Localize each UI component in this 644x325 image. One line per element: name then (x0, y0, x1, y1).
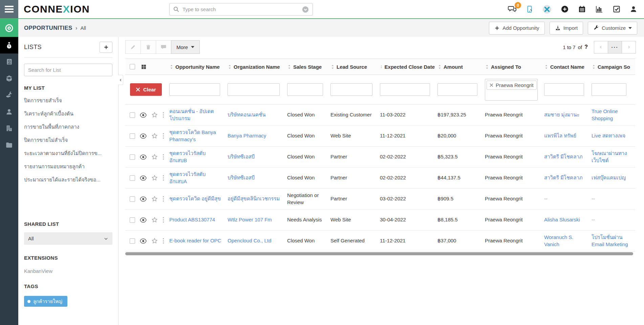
rail-item-documents[interactable] (0, 136, 18, 153)
filter-contact-name[interactable] (544, 83, 584, 96)
mobile-app-icon[interactable] (526, 5, 533, 13)
campaign-link[interactable]: โฆษณาผ่านทางเว็บไซต์ (592, 150, 627, 163)
favorite-star-icon[interactable] (151, 133, 158, 139)
favorite-star-icon[interactable] (151, 238, 158, 244)
row-menu-icon[interactable] (163, 175, 164, 181)
rail-item-organizations[interactable] (0, 120, 18, 136)
list-item[interactable]: การขายในพื้นที่ภาคกลาง (24, 124, 112, 130)
filter-sales-stage[interactable] (287, 83, 323, 96)
organization-link[interactable]: Opencloud Co., Ltd (228, 238, 271, 243)
table-row[interactable]: ชุดตรวจโควิด อยู่ดีมีสุข อยู่ดีมีสุขคลิน… (125, 189, 635, 210)
add-list-button[interactable] (100, 42, 112, 53)
collapse-sidebar-button[interactable] (118, 75, 123, 85)
import-button[interactable]: Import (550, 22, 583, 35)
list-item[interactable]: ระยะเวลาตามงานที่ยังไม่ปิดการข... (24, 150, 112, 157)
rail-item-quotes[interactable] (0, 53, 18, 70)
table-row[interactable]: ชุดตรวจโควิด Banya Pharmacy's Banya Phar… (125, 126, 635, 147)
table-row[interactable]: ชุดตรวจไวรัสตับอักเสบA บริษัทซีเอสบี Clo… (125, 168, 635, 189)
column-header-opportunity-name[interactable]: Opportunity Name (169, 64, 228, 70)
favorite-star-icon[interactable] (151, 154, 158, 160)
campaign-link[interactable]: True Online Shopping (592, 108, 618, 121)
list-item[interactable]: รายงานการมอบหมายลูกค้า (24, 163, 112, 170)
organization-link[interactable]: Banya Pharmacy (228, 133, 266, 138)
preview-eye-icon[interactable] (140, 154, 147, 160)
tag-chip[interactable]: ลูกค้ารายใหญ่ (24, 296, 67, 307)
clear-filters-button[interactable]: Clear (130, 83, 162, 96)
rail-item-products[interactable] (0, 70, 18, 87)
column-header-sales-stage[interactable]: Sales Stage (287, 64, 330, 70)
reports-chart-icon[interactable] (595, 5, 603, 13)
prev-page-button[interactable] (594, 41, 608, 53)
assigned-to-filter-chip[interactable]: Praewa Reongrit (487, 81, 537, 90)
add-opportunity-button[interactable]: Add Opportunity (489, 22, 544, 35)
row-menu-icon[interactable] (163, 154, 164, 160)
hamburger-menu-icon[interactable] (0, 0, 18, 18)
column-header-assigned-to[interactable]: Assigned To (485, 64, 544, 70)
row-checkbox[interactable] (130, 154, 135, 160)
campaign-link[interactable]: เฟสบุ๊คแคมเปญ (592, 175, 626, 180)
preview-eye-icon[interactable] (140, 217, 147, 223)
list-item[interactable]: วิเคราะห์ลูกค้าเบื้องต้น (24, 110, 112, 117)
table-row[interactable]: ชุดตรวจไวรัสตับอักเสบB บริษัทซีเอสบี Clo… (125, 147, 635, 168)
contact-link[interactable]: สาวิตรี มีโชคลาภ (544, 154, 583, 159)
messages-icon[interactable]: 0 (508, 5, 517, 13)
delete-button[interactable] (141, 40, 156, 54)
organization-link[interactable]: บริษัทซีเอสบี (228, 154, 255, 159)
contact-link[interactable]: สมชาย มุ่งมานะ (544, 112, 579, 117)
column-header-amount[interactable]: Amount (437, 64, 485, 70)
filter-lead-source[interactable] (330, 83, 372, 96)
next-page-button[interactable] (622, 41, 636, 53)
edit-button[interactable] (125, 40, 141, 54)
add-new-icon[interactable] (561, 5, 569, 13)
column-header-lead-source[interactable]: Lead Source (330, 64, 380, 70)
profile-icon[interactable] (630, 5, 637, 13)
contact-link[interactable]: Woranuch S. Vanich (544, 234, 573, 247)
organization-link[interactable]: บริษัทคอนเนคชั่น (228, 112, 266, 117)
row-checkbox[interactable] (130, 175, 135, 181)
opportunity-link[interactable]: ชุดตรวจโควิด Banya Pharmacy's (169, 129, 216, 142)
shared-list-select[interactable]: All (24, 232, 112, 245)
select-all-checkbox[interactable] (130, 64, 135, 69)
row-checkbox[interactable] (130, 112, 135, 118)
extension-item-kanbanview[interactable]: KanbanView (24, 268, 112, 274)
connexion-x-logo-icon[interactable] (542, 5, 552, 14)
opportunity-link[interactable]: ชุดตรวจไวรัสตับอักเสบA (169, 171, 206, 184)
list-item[interactable]: ประมาณรายได้และรายได้จริงขอ... (24, 176, 112, 183)
search-scope-icon[interactable] (302, 6, 309, 13)
preview-eye-icon[interactable] (140, 238, 147, 244)
more-button[interactable]: More (171, 40, 200, 54)
organization-link[interactable]: Wtlz Power 107 Fm (228, 217, 272, 222)
table-row[interactable]: Product ABS130774 Wtlz Power 107 Fm Need… (125, 210, 635, 231)
preview-eye-icon[interactable] (140, 112, 147, 118)
contact-link[interactable]: แพรพิไล ทรัพย์ (544, 133, 576, 138)
favorite-star-icon[interactable] (151, 196, 158, 202)
grid-view-icon[interactable] (141, 64, 147, 70)
campaign-link[interactable]: Live สดทางเพจ (592, 133, 625, 138)
row-menu-icon[interactable] (163, 238, 164, 244)
opportunity-link[interactable]: E-book reader for OPC (169, 238, 221, 243)
list-item[interactable]: ปิดการขายไม่สำเร็จ (24, 137, 112, 144)
rail-item-contacts[interactable] (0, 103, 18, 120)
row-checkbox[interactable] (130, 133, 135, 139)
calendar-icon[interactable] (578, 5, 586, 13)
preview-eye-icon[interactable] (140, 196, 147, 202)
filter-opportunity-name[interactable] (169, 83, 220, 96)
campaign-link[interactable]: โปรโมชั่นผ่าน Email Marketing (592, 234, 628, 247)
customize-button[interactable]: Customize (588, 22, 637, 35)
table-row[interactable]: คอนเนคชั่น - อัปเดตโปรแกรม บริษัทคอนเนคช… (125, 105, 635, 126)
filter-amount[interactable] (437, 83, 477, 96)
opportunity-link[interactable]: ชุดตรวจไวรัสตับอักเสบB (169, 150, 206, 163)
global-search[interactable] (169, 3, 313, 16)
opportunity-link[interactable]: Product ABS130774 (169, 217, 215, 222)
column-header-campaign-source[interactable]: Campaign So (592, 64, 634, 70)
tasks-icon[interactable] (613, 5, 621, 13)
row-checkbox[interactable] (130, 238, 135, 244)
row-menu-icon[interactable] (163, 217, 164, 223)
column-header-contact-name[interactable]: Contact Name (544, 64, 592, 70)
rail-item-opportunities[interactable] (0, 37, 18, 53)
row-menu-icon[interactable] (163, 112, 164, 118)
list-search-input[interactable] (24, 64, 112, 76)
favorite-star-icon[interactable] (151, 175, 158, 181)
breadcrumb-section[interactable]: OPPORTUNITIES (24, 25, 72, 31)
rail-item-services[interactable] (0, 87, 18, 103)
